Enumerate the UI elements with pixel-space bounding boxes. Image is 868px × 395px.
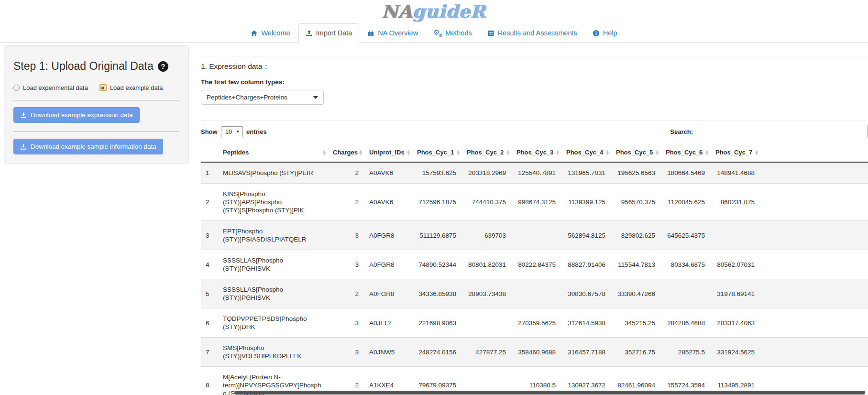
divider (201, 120, 868, 121)
sort-arrows-icon: ▲▼ (705, 149, 708, 155)
table-cell: 8 (201, 367, 218, 395)
table-cell (512, 279, 561, 308)
radio-unchecked-icon (13, 85, 20, 91)
table-cell: 352716.75 (611, 338, 661, 367)
horizontal-scrollbar-thumb[interactable] (234, 391, 865, 395)
table-cell: EPT[Phospho (STY)]PSIASDISLPIATQELR (218, 221, 328, 250)
column-header-phos_cyc_3[interactable]: Phos_Cyc_3▲▼ (512, 143, 561, 162)
table-cell: 744410.375 (462, 184, 512, 221)
table-cell: A0AVK6 (364, 184, 412, 221)
column-header-filler (760, 143, 868, 162)
table-cell: 1139399.125 (561, 184, 611, 221)
column-header-phos_cyc_1[interactable]: Phos_Cyc_1▲▼ (412, 143, 462, 162)
download-example-sample-info-button[interactable]: Download example sample information data (13, 139, 163, 154)
table-cell: SSSSLLAS[Phospho (STY)]PGHISVK (218, 250, 328, 279)
table-header-row: Peptides▲▼Charges▲▼Uniprot_IDs▲▼Phos_Cyc… (201, 143, 868, 162)
radio-checked-icon (99, 84, 107, 91)
table-cell: 358460.9688 (512, 338, 561, 367)
divider (13, 132, 179, 132)
page-length-select[interactable]: 10 ▼ (221, 126, 243, 137)
table-cell: 31978.69141 (711, 279, 760, 308)
question-circle-icon[interactable]: ? (158, 61, 168, 72)
table-cell: 33390.47266 (611, 279, 661, 308)
binoculars-icon (367, 30, 374, 37)
column-header-phos_cyc_4[interactable]: Phos_Cyc_4▲▼ (561, 143, 611, 162)
sort-arrows-icon: ▲▼ (556, 149, 559, 155)
table-cell: 645625.4375 (661, 221, 711, 250)
table-cell-filler (760, 338, 868, 367)
table-cell: 28903.73438 (462, 279, 512, 308)
table-cell: 80801.82031 (462, 250, 512, 279)
show-label: Show (201, 128, 218, 135)
tab-methods[interactable]: ⚙⚙ Methods (426, 23, 479, 43)
table-cell: 860231.875 (711, 184, 760, 221)
panel-title: Step 1: Upload Original Data ? (13, 60, 179, 73)
download-example-expression-button[interactable]: Download example expression data (13, 107, 140, 123)
tab-label: NA Overview (378, 28, 418, 38)
table-cell: 195625.6563 (611, 162, 661, 184)
table-controls: Show 10 ▼ entries Search: (201, 125, 868, 138)
table-cell: 80562.07031 (711, 250, 760, 279)
radio-load-example-data[interactable]: Load example data (99, 84, 163, 91)
button-label: Download example sample information data (31, 143, 156, 151)
divider (13, 100, 179, 100)
sort-arrows-icon: ▲▼ (407, 149, 410, 155)
table-cell: 3 (201, 221, 218, 250)
table-cell: MLISAVS[Phospho (STY)]PEIR (218, 162, 328, 184)
table-cell: 7 (201, 338, 218, 367)
tab-results-assessments[interactable]: Results and Assessments (480, 23, 584, 43)
table-cell (661, 279, 711, 308)
tab-welcome[interactable]: Welcome (243, 23, 297, 43)
tab-label: Help (603, 28, 617, 38)
radio-label: Load experimental data (23, 84, 88, 91)
column-types-dropdown[interactable]: Peptides+Charges+Proteins (201, 90, 324, 105)
table-cell: 956570.375 (611, 184, 661, 221)
table-cell: 427877.25 (462, 338, 512, 367)
table-row: 1MLISAVS[Phospho (STY)]PEIR2A0AVK6157593… (201, 162, 868, 184)
table-cell: 270359.5625 (512, 308, 561, 338)
search-input[interactable] (697, 125, 868, 138)
table-cell: 2 (328, 184, 364, 221)
expression-data-heading: 1. Expression data： (201, 62, 868, 72)
table-cell: A0FGR8 (364, 221, 412, 250)
logo-text-na: NA (382, 1, 413, 22)
column-header-phos_cyc_6[interactable]: Phos_Cyc_6▲▼ (661, 143, 711, 162)
table-cell: 285275.5 (661, 338, 711, 367)
table-cell: 4 (201, 250, 218, 279)
table-cell: 3 (328, 338, 364, 367)
table-cell: 1 (201, 162, 218, 184)
tab-label: Welcome (261, 28, 290, 38)
table-cell: 284286.4688 (661, 308, 711, 338)
table-cell: 125540.7891 (512, 162, 561, 184)
sort-arrows-icon: ▲▼ (755, 149, 758, 155)
table-cell: 1120045.625 (661, 184, 711, 221)
table-cell: 3 (328, 221, 364, 250)
table-cell: A0JLT2 (364, 308, 412, 338)
tab-na-overview[interactable]: NA Overview (360, 23, 425, 43)
table-cell-filler (760, 162, 868, 184)
tab-help[interactable]: Help (585, 23, 625, 43)
page-length-value: 10 (225, 128, 232, 135)
sort-arrows-icon: ▲▼ (457, 149, 460, 155)
column-header-charges[interactable]: Charges▲▼ (328, 143, 364, 162)
table-cell: 203317.4063 (711, 308, 760, 338)
column-header-phos_cyc_7[interactable]: Phos_Cyc_7▲▼ (711, 143, 760, 162)
column-header-uniprot_ids[interactable]: Uniprot_IDs▲▼ (364, 143, 412, 162)
column-header-peptides[interactable]: Peptides▲▼ (218, 143, 328, 162)
download-icon (20, 112, 27, 119)
table-cell: A0FGR8 (364, 279, 412, 308)
divider (201, 56, 868, 56)
radio-label: Load example data (110, 84, 163, 91)
column-types-label: The first few column types: (201, 78, 868, 86)
table-cell: 221698.9063 (412, 308, 462, 338)
table-row: 5SSSSLLAS[Phospho (STY)]PGHISVK2A0FGR834… (201, 279, 868, 308)
column-header-phos_cyc_2[interactable]: Phos_Cyc_2▲▼ (462, 143, 512, 162)
table-cell: 712596.1875 (412, 184, 462, 221)
import-data-tab-content: 1. Expression data： The first few column… (201, 46, 868, 395)
radio-load-experimental-data[interactable]: Load experimental data (13, 84, 88, 91)
panel-title-text: Step 1: Upload Original Data (13, 60, 154, 73)
tab-import-data[interactable]: Import Data (298, 23, 360, 43)
table-cell: 3 (328, 250, 364, 279)
table-cell: 829802.625 (611, 221, 661, 250)
column-header-phos_cyc_5[interactable]: Phos_Cyc_5▲▼ (611, 143, 661, 162)
